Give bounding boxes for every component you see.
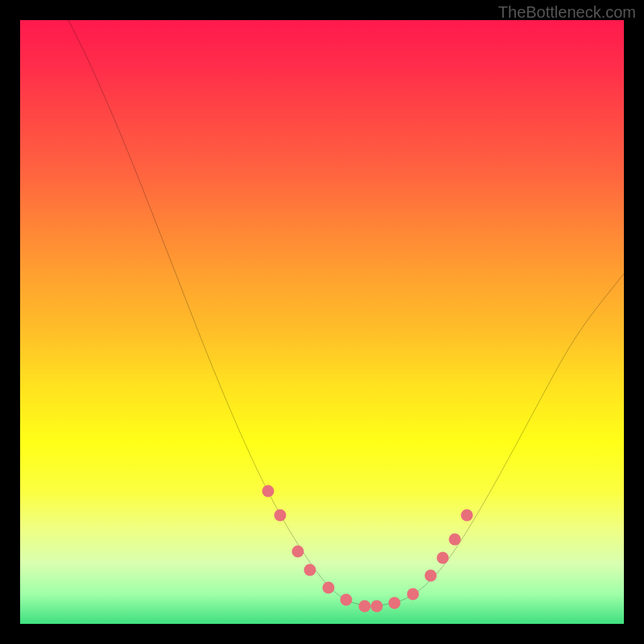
bottleneck-curve bbox=[20, 20, 624, 624]
threshold-dot bbox=[341, 594, 353, 606]
threshold-dot bbox=[389, 597, 401, 609]
threshold-dot bbox=[461, 510, 473, 522]
threshold-dot bbox=[437, 551, 449, 564]
threshold-dot bbox=[304, 564, 316, 576]
threshold-dot bbox=[358, 600, 370, 612]
threshold-dot bbox=[425, 570, 437, 582]
watermark-text: TheBottleneck.com bbox=[498, 3, 636, 22]
threshold-dot bbox=[322, 582, 334, 594]
threshold-dot bbox=[370, 600, 382, 612]
threshold-dot bbox=[274, 510, 286, 522]
threshold-dot bbox=[407, 588, 419, 600]
chart-plot-area bbox=[20, 20, 624, 624]
threshold-dot bbox=[292, 546, 304, 558]
threshold-dot bbox=[449, 534, 461, 546]
threshold-dot bbox=[262, 485, 274, 497]
